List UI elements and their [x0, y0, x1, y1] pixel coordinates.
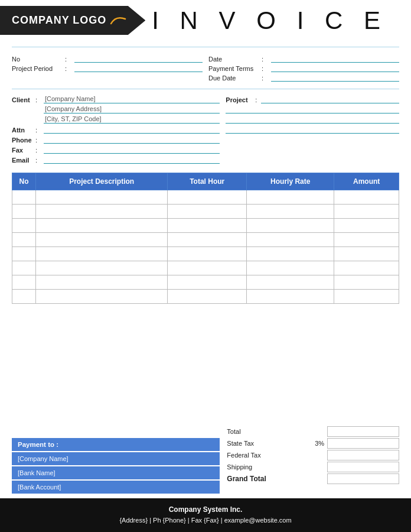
- project-info: Project :: [226, 95, 399, 166]
- logo-arc-icon: [110, 15, 128, 26]
- cell-description[interactable]: [36, 205, 168, 219]
- cell-description[interactable]: [36, 219, 168, 233]
- cell-total_hour[interactable]: [168, 219, 247, 233]
- cell-hourly_rate[interactable]: [247, 261, 334, 275]
- date-input[interactable]: [271, 54, 399, 63]
- project-input-2[interactable]: [226, 105, 399, 113]
- cell-amount[interactable]: [334, 275, 399, 290]
- cell-no[interactable]: [12, 275, 36, 290]
- state-tax-label: State Tax: [226, 440, 312, 447]
- cell-amount[interactable]: [334, 190, 399, 205]
- federal-tax-label: Federal Tax: [226, 452, 312, 459]
- no-input[interactable]: [74, 54, 203, 63]
- cell-hourly_rate[interactable]: [247, 233, 334, 247]
- table-row[interactable]: [12, 190, 399, 205]
- table-row[interactable]: [12, 290, 399, 304]
- phone-input[interactable]: [44, 135, 220, 144]
- cell-total_hour[interactable]: [168, 233, 247, 247]
- client-project-section: Client : [Company Name] [Company Address…: [0, 93, 411, 169]
- header: COMPANY LOGO I N V O I C E: [0, 0, 411, 41]
- cell-hourly_rate[interactable]: [247, 275, 334, 290]
- cell-total_hour[interactable]: [168, 261, 247, 275]
- fax-input[interactable]: [44, 145, 220, 154]
- federal-tax-value[interactable]: [327, 450, 399, 460]
- col-amount: Amount: [334, 173, 399, 190]
- cell-amount[interactable]: [334, 261, 399, 275]
- attn-input[interactable]: [44, 125, 220, 134]
- footer: Company System Inc. {Address} | Ph {Phon…: [0, 498, 411, 532]
- table-row[interactable]: [12, 247, 399, 261]
- cell-description[interactable]: [36, 290, 168, 304]
- cell-description[interactable]: [36, 261, 168, 275]
- cell-total_hour[interactable]: [168, 275, 247, 290]
- state-tax-value[interactable]: [327, 438, 399, 449]
- cell-total_hour[interactable]: [168, 205, 247, 219]
- cell-no[interactable]: [12, 261, 36, 275]
- cell-amount[interactable]: [334, 290, 399, 304]
- table-row[interactable]: [12, 205, 399, 219]
- totals-box: State Tax 3% Federal Tax Shipping Grand …: [226, 438, 399, 495]
- project-period-label: Project Period: [12, 65, 65, 72]
- table-section: No Project Description Total Hour Hourly…: [0, 169, 411, 424]
- payment-terms-input[interactable]: [271, 64, 399, 72]
- project-input-3[interactable]: [226, 115, 399, 124]
- form-col-right: Date : Payment Terms : Due Date :: [208, 54, 399, 83]
- no-colon: :: [65, 56, 73, 63]
- payment-company: [Company Name]: [12, 452, 220, 465]
- grand-total-label: Grand Total: [226, 475, 312, 483]
- attn-label: Attn: [12, 126, 35, 134]
- email-input[interactable]: [44, 155, 220, 164]
- cell-hourly_rate[interactable]: [247, 190, 334, 205]
- cell-amount[interactable]: [334, 233, 399, 247]
- project-period-colon: :: [65, 65, 73, 72]
- grand-total-value[interactable]: [327, 473, 399, 484]
- shipping-value[interactable]: [327, 462, 399, 472]
- total-value[interactable]: [327, 426, 399, 437]
- cell-no[interactable]: [12, 290, 36, 304]
- table-row[interactable]: [12, 261, 399, 275]
- payment-account: [Bank Account]: [12, 481, 220, 494]
- col-hourly-rate: Hourly Rate: [247, 173, 334, 190]
- payment-box: Payment to : [Company Name] [Bank Name] …: [12, 438, 220, 495]
- cell-hourly_rate[interactable]: [247, 247, 334, 261]
- cell-description[interactable]: [36, 275, 168, 290]
- cell-hourly_rate[interactable]: [247, 290, 334, 304]
- table-row[interactable]: [12, 219, 399, 233]
- payment-header: Payment to :: [12, 438, 220, 451]
- payment-terms-label: Payment Terms: [208, 65, 262, 72]
- client-company-name[interactable]: [Company Name]: [44, 95, 220, 103]
- cell-total_hour[interactable]: [168, 190, 247, 205]
- cell-no[interactable]: [12, 247, 36, 261]
- cell-amount[interactable]: [334, 205, 399, 219]
- table-row[interactable]: [12, 233, 399, 247]
- shipping-label: Shipping: [226, 463, 312, 471]
- cell-description[interactable]: [36, 247, 168, 261]
- cell-no[interactable]: [12, 219, 36, 233]
- project-period-input[interactable]: [74, 64, 203, 72]
- client-company-address[interactable]: [Company Address]: [44, 105, 220, 113]
- form-col-left: No : Project Period :: [12, 54, 203, 83]
- client-city-state-zip[interactable]: [City, ST, ZIP Code]: [44, 115, 220, 124]
- cell-description[interactable]: [36, 233, 168, 247]
- phone-label: Phone: [12, 137, 35, 144]
- cell-total_hour[interactable]: [168, 247, 247, 261]
- cell-no[interactable]: [12, 190, 36, 205]
- col-description: Project Description: [36, 173, 168, 190]
- cell-hourly_rate[interactable]: [247, 219, 334, 233]
- cell-description[interactable]: [36, 190, 168, 205]
- no-label: No: [12, 56, 65, 63]
- due-date-input[interactable]: [271, 73, 399, 82]
- cell-no[interactable]: [12, 205, 36, 219]
- cell-total_hour[interactable]: [168, 290, 247, 304]
- state-tax-pct: 3%: [312, 440, 327, 447]
- project-label: Project: [226, 96, 255, 103]
- total-top-row: Total: [0, 424, 411, 438]
- project-input-4[interactable]: [226, 125, 399, 134]
- date-colon: :: [262, 56, 270, 63]
- cell-no[interactable]: [12, 233, 36, 247]
- cell-hourly_rate[interactable]: [247, 205, 334, 219]
- table-row[interactable]: [12, 275, 399, 290]
- project-input-1[interactable]: [261, 95, 399, 103]
- cell-amount[interactable]: [334, 219, 399, 233]
- cell-amount[interactable]: [334, 247, 399, 261]
